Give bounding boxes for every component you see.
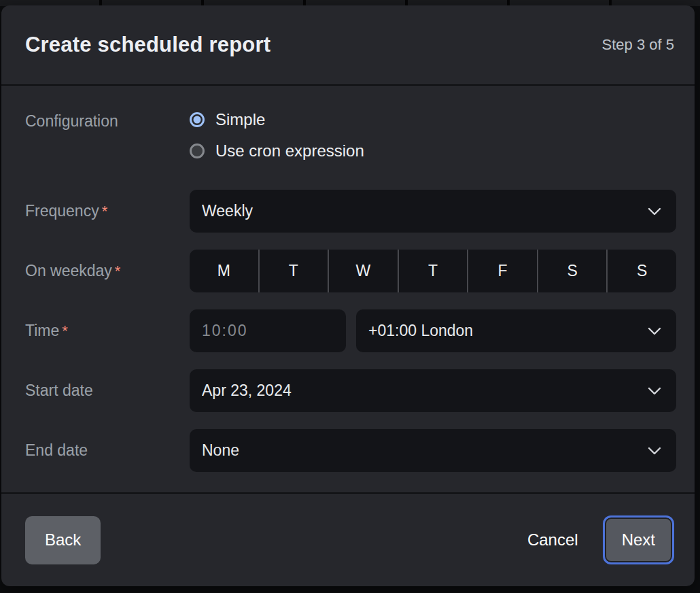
required-asterisk: * [102,203,108,220]
create-scheduled-report-dialog: Create scheduled report Step 3 of 5 Conf… [1,5,695,586]
required-asterisk: * [62,322,68,340]
radio-selected-icon[interactable] [190,112,205,127]
weekday-button-wednesday[interactable]: W [328,250,398,292]
weekday-button-sunday[interactable]: S [606,250,676,292]
chevron-down-icon [648,207,661,216]
radio-option-cron[interactable]: Use cron expression [190,141,676,160]
timezone-select[interactable]: +01:00 London [356,309,676,352]
time-input[interactable]: 10:00 [190,309,346,352]
radio-unselected-icon[interactable] [190,143,205,158]
chevron-down-icon [648,387,661,395]
weekday-button-friday[interactable]: F [467,250,537,292]
start-date-select[interactable]: Apr 23, 2024 [190,369,676,412]
weekday-button-thursday[interactable]: T [398,250,468,292]
weekday-button-saturday[interactable]: S [537,250,607,292]
end-date-label: End date [25,429,190,472]
step-indicator: Step 3 of 5 [602,36,674,54]
next-button[interactable]: Next [603,515,674,564]
radio-option-label: Simple [215,110,265,129]
required-asterisk: * [115,262,121,280]
frequency-label: Frequency * [25,190,190,233]
start-date-label: Start date [25,369,190,412]
end-date-row: End date None [25,429,676,472]
back-button[interactable]: Back [25,516,101,564]
dialog-footer: Back Cancel Next [1,492,695,586]
dialog-title: Create scheduled report [25,33,270,57]
weekday-button-tuesday[interactable]: T [258,250,328,292]
radio-option-label: Use cron expression [215,141,364,160]
cancel-button[interactable]: Cancel [527,530,578,549]
start-date-row: Start date Apr 23, 2024 [25,369,676,412]
time-value: 10:00 [202,322,331,340]
frequency-row: Frequency * Weekly [25,190,676,233]
weekday-label: On weekday * [25,250,190,292]
frequency-select[interactable]: Weekly [190,190,676,233]
timezone-value: +01:00 London [368,322,640,340]
weekday-button-monday[interactable]: M [190,250,258,292]
end-date-select[interactable]: None [190,429,676,472]
weekday-row: On weekday * M T W T F S S [25,250,676,292]
time-label: Time * [25,309,190,352]
configuration-radio-group: Simple Use cron expression [190,104,676,173]
weekday-button-group: M T W T F S S [190,250,676,292]
dialog-header: Create scheduled report Step 3 of 5 [1,5,695,84]
chevron-down-icon [648,327,661,335]
chevron-down-icon [648,447,661,455]
dialog-body: Configuration Simple Use cron expression… [1,86,695,472]
configuration-row: Configuration Simple Use cron expression [25,104,676,173]
configuration-label: Configuration [25,104,190,173]
time-row: Time * 10:00 +01:00 London [25,309,676,352]
radio-option-simple[interactable]: Simple [190,110,676,129]
frequency-value: Weekly [202,202,640,220]
end-date-value: None [202,441,640,460]
start-date-value: Apr 23, 2024 [202,382,640,400]
